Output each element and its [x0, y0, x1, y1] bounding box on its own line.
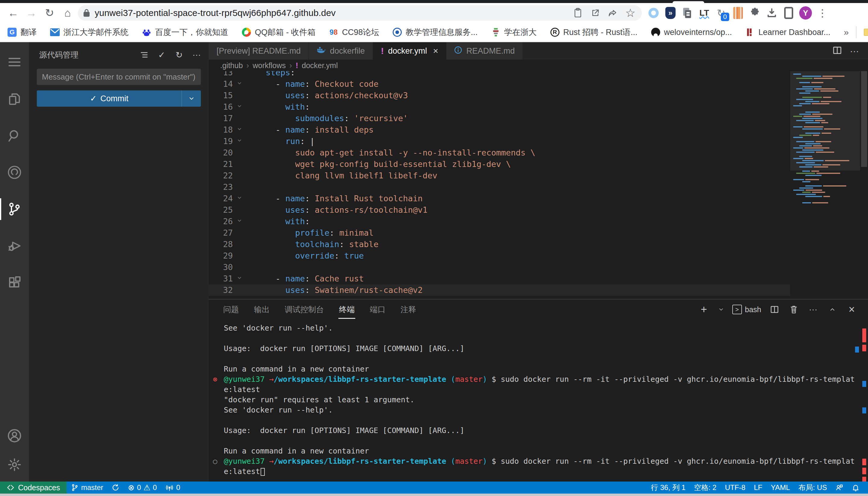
code-editor[interactable]: 13 steps:14 - name: Checkout code15 uses…	[209, 71, 868, 299]
split-editor-icon[interactable]	[833, 46, 842, 56]
settings-gear-icon[interactable]	[0, 450, 29, 479]
bookmark-item[interactable]: QQ邮箱 - 收件箱	[242, 27, 315, 38]
keyboard-layout[interactable]: 布局: US	[794, 482, 831, 494]
editor-tab[interactable]: [Preview] README.md	[209, 42, 309, 60]
encoding[interactable]: UTF-8	[721, 482, 750, 494]
forward-icon[interactable]: →	[24, 5, 39, 21]
bookmark-item[interactable]: Learner Dashboar...	[745, 27, 830, 37]
bookmark-item[interactable]: 百度一下，你就知道	[142, 27, 228, 38]
downloads-icon[interactable]	[765, 6, 778, 19]
feedback-icon[interactable]	[831, 482, 848, 494]
reload-icon[interactable]: ↻	[42, 5, 57, 21]
close-panel-icon[interactable]: ×	[846, 304, 858, 315]
fold-chevron-icon[interactable]	[233, 273, 246, 284]
panel-tab[interactable]: 端口	[369, 300, 386, 319]
editor-scrollbar[interactable]	[860, 71, 868, 299]
minimap-line	[793, 177, 857, 178]
editor-tab[interactable]: dockerfile	[309, 42, 373, 60]
bookmark-item[interactable]: weloveinterns/op...	[651, 27, 732, 37]
remote-indicator[interactable]: Codespaces	[0, 482, 67, 494]
view-as-tree-icon[interactable]	[138, 49, 150, 61]
bookmark-star-icon[interactable]: ☆	[624, 6, 637, 19]
extension-puzzle-icon[interactable]	[749, 6, 761, 19]
editor-tab[interactable]: !docker.yml×	[373, 42, 447, 60]
ports-indicator[interactable]: 0	[161, 482, 184, 494]
fold-chevron-icon[interactable]	[233, 124, 246, 136]
commit-dropdown-icon[interactable]	[182, 90, 201, 107]
editor-tab[interactable]: README.md	[446, 42, 523, 60]
commit-check-icon[interactable]: ✓	[155, 49, 168, 61]
line-number: 21	[209, 158, 233, 170]
reading-list-icon[interactable]	[782, 6, 795, 19]
maximize-panel-icon[interactable]	[826, 304, 838, 315]
terminal-line: ○@yunwei37 →/workspaces/libbpf-rs-starte…	[213, 456, 868, 466]
profile-avatar[interactable]: Y	[799, 6, 812, 19]
fold-chevron-icon[interactable]	[233, 101, 246, 113]
kill-terminal-icon[interactable]	[788, 304, 800, 315]
bookmark-item[interactable]: 浙江大学邮件系统	[50, 27, 129, 38]
new-terminal-icon[interactable]: +	[698, 304, 710, 315]
commit-message-input[interactable]	[37, 69, 201, 85]
back-icon[interactable]: ←	[5, 5, 21, 21]
source-control-icon[interactable]	[0, 195, 29, 223]
panel-tab[interactable]: 终端	[339, 300, 355, 319]
panel-tab[interactable]: 问题	[223, 300, 239, 319]
extensions-icon[interactable]	[0, 268, 29, 297]
panel-tab[interactable]: 调试控制台	[284, 300, 325, 319]
bookmark-item[interactable]: 教学管理信息服务...	[392, 27, 478, 38]
bookmarks-bar: G翻译浙江大学邮件系统百度一下，你就知道QQ邮箱 - 收件箱98CC98论坛教学…	[0, 23, 868, 42]
tab-label: README.md	[466, 46, 515, 56]
language-mode[interactable]: YAML	[767, 482, 794, 494]
terminal-dropdown-icon[interactable]	[717, 304, 725, 315]
accounts-icon[interactable]	[0, 421, 29, 450]
fold-chevron-icon[interactable]	[233, 78, 246, 90]
github-icon[interactable]	[0, 158, 29, 187]
fold-chevron-icon[interactable]	[233, 216, 246, 227]
extension-ring-icon[interactable]	[647, 6, 660, 19]
editor-more-actions-icon[interactable]: ···	[850, 46, 859, 56]
extension-ammo-icon[interactable]	[732, 6, 744, 19]
panel-tab[interactable]: 输出	[253, 300, 270, 319]
extension-sync-icon[interactable]: ↻ 0	[715, 6, 728, 19]
bookmark-item[interactable]: RRust 招聘 - Rust语...	[550, 27, 638, 38]
terminal[interactable]: See 'docker run --help'.Usage: docker ru…	[209, 320, 868, 482]
minimap[interactable]	[790, 71, 860, 299]
refresh-icon[interactable]: ↻	[173, 49, 185, 61]
notifications-bell-icon[interactable]	[848, 482, 864, 494]
address-bar[interactable]: yunwei37-potential-space-trout-rpr5qwj66…	[78, 5, 642, 21]
fold-chevron-icon[interactable]	[233, 193, 246, 204]
bookmark-item[interactable]: G翻译	[7, 27, 37, 38]
cursor-position[interactable]: 行 36, 列 1	[647, 482, 690, 494]
extension-shield-icon[interactable]: »	[664, 6, 677, 19]
run-debug-icon[interactable]	[0, 231, 29, 260]
split-terminal-icon[interactable]	[768, 304, 780, 315]
browser-menu-icon[interactable]: ⋮	[816, 6, 829, 19]
indentation[interactable]: 空格: 2	[690, 482, 721, 494]
shell-selector[interactable]: > bash	[732, 305, 761, 314]
more-actions-icon[interactable]: ···	[191, 49, 203, 61]
other-bookmarks-button[interactable]: 其他书签	[864, 27, 868, 38]
problems-indicator[interactable]: ⊗ 0 ⚠ 0	[124, 482, 161, 494]
bookmarks-overflow-icon[interactable]: »	[843, 27, 849, 37]
panel-tab[interactable]: 注释	[400, 300, 417, 319]
fold-chevron-icon[interactable]	[233, 136, 246, 147]
explorer-icon[interactable]	[0, 84, 29, 113]
eol-selector[interactable]: LF	[750, 482, 767, 494]
share-icon[interactable]	[606, 6, 619, 19]
panel-more-icon[interactable]: ···	[807, 304, 819, 315]
url-text[interactable]: yunwei37-potential-space-trout-rpr5qwj66…	[95, 8, 567, 18]
commit-button[interactable]: ✓ Commit	[37, 90, 201, 107]
bookmark-item[interactable]: 学在浙大	[491, 27, 537, 38]
bookmark-item[interactable]: 98CC98论坛	[329, 27, 379, 38]
extension-languagetool-icon[interactable]: LT	[698, 6, 710, 19]
breadcrumb[interactable]: .github › workflows › ! docker.yml	[209, 60, 868, 71]
open-in-new-icon[interactable]	[589, 6, 602, 19]
menu-icon[interactable]	[0, 48, 29, 77]
branch-indicator[interactable]: master	[67, 482, 107, 494]
extension-copy-icon[interactable]	[681, 6, 694, 19]
sync-changes-button[interactable]	[107, 482, 124, 494]
search-icon[interactable]	[0, 121, 29, 150]
clipboard-icon[interactable]	[571, 6, 584, 19]
tab-close-icon[interactable]: ×	[433, 46, 438, 56]
home-icon[interactable]: ⌂	[60, 5, 75, 21]
